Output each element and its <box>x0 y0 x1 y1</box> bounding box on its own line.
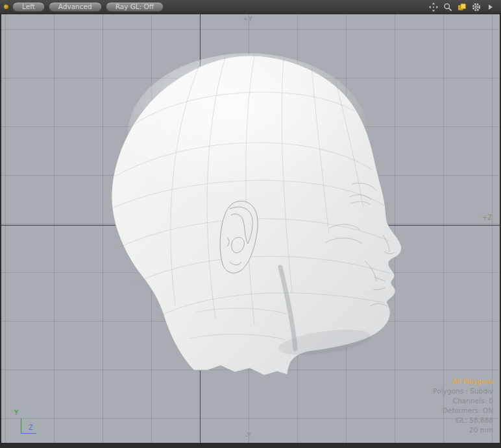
gizmo-y-axis-line <box>21 418 21 434</box>
status-grid-size: 20 mm <box>433 425 493 435</box>
status-gl: GL: 58,688 <box>433 416 493 425</box>
gizmo-z-label: Z <box>29 424 33 431</box>
gizmo-y-label: Y <box>14 409 18 416</box>
axis-gizmo: Y Z <box>13 409 43 436</box>
viewport-marker-icon[interactable] <box>4 5 8 9</box>
head-model[interactable] <box>1 14 500 443</box>
view-direction-button[interactable]: Left <box>12 2 45 12</box>
status-polygons: Polygons : Subdiv <box>433 386 493 396</box>
shading-mode-button[interactable]: Advanced <box>49 2 102 12</box>
shading-icon[interactable] <box>457 2 467 12</box>
gizmo-z-axis-line <box>21 433 36 434</box>
viewport-toolbar: Left Advanced Ray GL: Off <box>0 0 501 14</box>
raygl-toggle-button[interactable]: Ray GL: Off <box>106 2 164 12</box>
bottom-edge <box>0 443 501 448</box>
viewport-status: All Polygons Polygons : Subdiv Channels:… <box>433 377 493 435</box>
viewport-canvas[interactable]: +Y +Z -Y <box>1 14 500 443</box>
modeling-viewport-window: Left Advanced Ray GL: Off +Y +Z -Y <box>0 0 501 448</box>
status-selection: All Polygons <box>433 377 493 386</box>
status-channels: Channels: 0 <box>433 396 493 406</box>
pan-icon[interactable] <box>428 2 439 12</box>
status-deformers: Deformers: ON <box>433 406 493 416</box>
settings-gear-icon[interactable] <box>471 2 482 12</box>
zoom-icon[interactable] <box>443 2 453 12</box>
expand-arrow-icon[interactable] <box>485 2 496 12</box>
